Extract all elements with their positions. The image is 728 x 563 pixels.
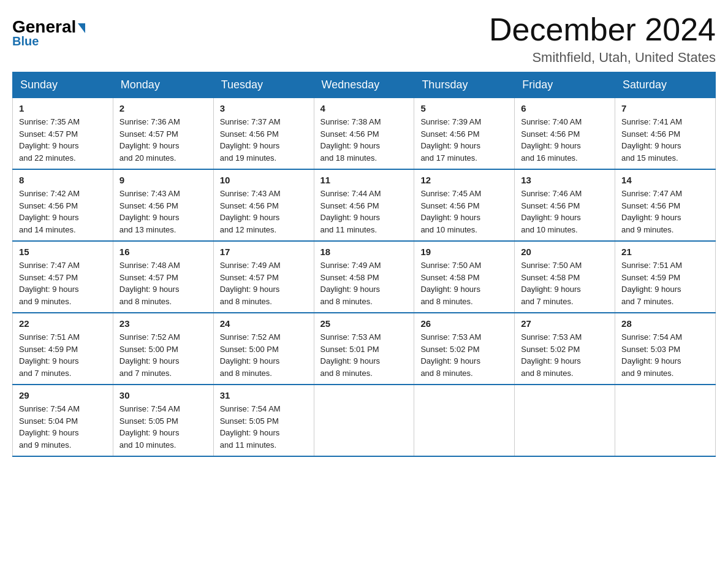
day-number: 20 [521,247,609,257]
table-row: 18 Sunrise: 7:49 AMSunset: 4:58 PMDaylig… [314,241,414,313]
header-friday: Friday [515,72,615,98]
day-info: Sunrise: 7:51 AMSunset: 4:59 PMDaylight:… [621,259,709,307]
title-block: December 2024 Smithfield, Utah, United S… [489,12,716,66]
table-row: 13 Sunrise: 7:46 AMSunset: 4:56 PMDaylig… [515,169,615,241]
day-number: 27 [521,318,609,329]
day-number: 26 [420,318,508,329]
day-number: 3 [220,103,308,113]
table-row: 2 Sunrise: 7:36 AMSunset: 4:57 PMDayligh… [113,98,213,170]
day-info: Sunrise: 7:40 AMSunset: 4:56 PMDaylight:… [521,116,609,164]
day-info: Sunrise: 7:53 AMSunset: 5:02 PMDaylight:… [420,331,508,379]
day-info: Sunrise: 7:54 AMSunset: 5:04 PMDaylight:… [19,403,107,451]
table-row: 31 Sunrise: 7:54 AMSunset: 5:05 PMDaylig… [213,385,314,456]
day-number: 24 [220,318,308,329]
calendar-week-row: 8 Sunrise: 7:42 AMSunset: 4:56 PMDayligh… [13,169,716,241]
day-number: 18 [320,247,408,257]
day-number: 13 [521,175,609,185]
table-row: 9 Sunrise: 7:43 AMSunset: 4:56 PMDayligh… [113,169,213,241]
table-row [615,385,716,456]
calendar-table: Sunday Monday Tuesday Wednesday Thursday… [12,72,716,457]
day-info: Sunrise: 7:51 AMSunset: 4:59 PMDaylight:… [19,331,107,379]
day-info: Sunrise: 7:47 AMSunset: 4:56 PMDaylight:… [621,188,709,236]
day-number: 5 [420,103,508,113]
table-row: 12 Sunrise: 7:45 AMSunset: 4:56 PMDaylig… [414,169,515,241]
day-info: Sunrise: 7:47 AMSunset: 4:57 PMDaylight:… [19,259,107,307]
table-row: 30 Sunrise: 7:54 AMSunset: 5:05 PMDaylig… [113,385,213,456]
page-header: General Blue December 2024 Smithfield, U… [12,12,716,66]
day-info: Sunrise: 7:46 AMSunset: 4:56 PMDaylight:… [521,188,609,236]
day-number: 1 [19,103,107,113]
day-info: Sunrise: 7:39 AMSunset: 4:56 PMDaylight:… [420,116,508,164]
day-info: Sunrise: 7:53 AMSunset: 5:01 PMDaylight:… [320,331,408,379]
header-thursday: Thursday [414,72,515,98]
calendar-week-row: 29 Sunrise: 7:54 AMSunset: 5:04 PMDaylig… [13,385,716,456]
table-row: 22 Sunrise: 7:51 AMSunset: 4:59 PMDaylig… [13,313,113,385]
logo-general: General [12,18,85,36]
day-number: 21 [621,247,709,257]
table-row: 24 Sunrise: 7:52 AMSunset: 5:00 PMDaylig… [213,313,314,385]
calendar-week-row: 1 Sunrise: 7:35 AMSunset: 4:57 PMDayligh… [13,98,716,170]
table-row: 5 Sunrise: 7:39 AMSunset: 4:56 PMDayligh… [414,98,515,170]
table-row: 3 Sunrise: 7:37 AMSunset: 4:56 PMDayligh… [213,98,314,170]
day-number: 8 [19,175,107,185]
day-info: Sunrise: 7:52 AMSunset: 5:00 PMDaylight:… [119,331,207,379]
day-number: 31 [220,390,308,400]
day-number: 4 [320,103,408,113]
month-title: December 2024 [489,12,716,47]
table-row: 15 Sunrise: 7:47 AMSunset: 4:57 PMDaylig… [13,241,113,313]
day-info: Sunrise: 7:54 AMSunset: 5:05 PMDaylight:… [220,403,308,451]
table-row: 27 Sunrise: 7:53 AMSunset: 5:02 PMDaylig… [515,313,615,385]
day-number: 22 [19,318,107,329]
table-row: 25 Sunrise: 7:53 AMSunset: 5:01 PMDaylig… [314,313,414,385]
table-row: 6 Sunrise: 7:40 AMSunset: 4:56 PMDayligh… [515,98,615,170]
header-wednesday: Wednesday [314,72,414,98]
day-info: Sunrise: 7:36 AMSunset: 4:57 PMDaylight:… [119,116,207,164]
table-row: 14 Sunrise: 7:47 AMSunset: 4:56 PMDaylig… [615,169,716,241]
header-sunday: Sunday [13,72,113,98]
day-number: 12 [420,175,508,185]
day-info: Sunrise: 7:50 AMSunset: 4:58 PMDaylight:… [521,259,609,307]
day-info: Sunrise: 7:54 AMSunset: 5:03 PMDaylight:… [621,331,709,379]
logo-blue-text: Blue [12,34,39,48]
calendar-week-row: 22 Sunrise: 7:51 AMSunset: 4:59 PMDaylig… [13,313,716,385]
table-row: 11 Sunrise: 7:44 AMSunset: 4:56 PMDaylig… [314,169,414,241]
calendar-week-row: 15 Sunrise: 7:47 AMSunset: 4:57 PMDaylig… [13,241,716,313]
day-number: 19 [420,247,508,257]
day-number: 25 [320,318,408,329]
day-number: 14 [621,175,709,185]
table-row: 7 Sunrise: 7:41 AMSunset: 4:56 PMDayligh… [615,98,716,170]
table-row: 23 Sunrise: 7:52 AMSunset: 5:00 PMDaylig… [113,313,213,385]
day-number: 16 [119,247,207,257]
day-info: Sunrise: 7:43 AMSunset: 4:56 PMDaylight:… [220,188,308,236]
day-number: 10 [220,175,308,185]
day-info: Sunrise: 7:48 AMSunset: 4:57 PMDaylight:… [119,259,207,307]
day-number: 15 [19,247,107,257]
day-number: 11 [320,175,408,185]
day-info: Sunrise: 7:44 AMSunset: 4:56 PMDaylight:… [320,188,408,236]
day-number: 9 [119,175,207,185]
table-row: 8 Sunrise: 7:42 AMSunset: 4:56 PMDayligh… [13,169,113,241]
day-info: Sunrise: 7:35 AMSunset: 4:57 PMDaylight:… [19,116,107,164]
header-monday: Monday [113,72,213,98]
day-info: Sunrise: 7:53 AMSunset: 5:02 PMDaylight:… [521,331,609,379]
day-number: 28 [621,318,709,329]
table-row [515,385,615,456]
day-info: Sunrise: 7:43 AMSunset: 4:56 PMDaylight:… [119,188,207,236]
table-row: 19 Sunrise: 7:50 AMSunset: 4:58 PMDaylig… [414,241,515,313]
day-number: 2 [119,103,207,113]
logo: General Blue [12,12,85,48]
day-info: Sunrise: 7:38 AMSunset: 4:56 PMDaylight:… [320,116,408,164]
day-number: 30 [119,390,207,400]
day-info: Sunrise: 7:49 AMSunset: 4:58 PMDaylight:… [320,259,408,307]
day-info: Sunrise: 7:37 AMSunset: 4:56 PMDaylight:… [220,116,308,164]
day-info: Sunrise: 7:50 AMSunset: 4:58 PMDaylight:… [420,259,508,307]
table-row: 4 Sunrise: 7:38 AMSunset: 4:56 PMDayligh… [314,98,414,170]
table-row: 10 Sunrise: 7:43 AMSunset: 4:56 PMDaylig… [213,169,314,241]
table-row: 29 Sunrise: 7:54 AMSunset: 5:04 PMDaylig… [13,385,113,456]
table-row [314,385,414,456]
day-number: 17 [220,247,308,257]
table-row: 20 Sunrise: 7:50 AMSunset: 4:58 PMDaylig… [515,241,615,313]
day-info: Sunrise: 7:52 AMSunset: 5:00 PMDaylight:… [220,331,308,379]
day-info: Sunrise: 7:54 AMSunset: 5:05 PMDaylight:… [119,403,207,451]
header-tuesday: Tuesday [213,72,314,98]
